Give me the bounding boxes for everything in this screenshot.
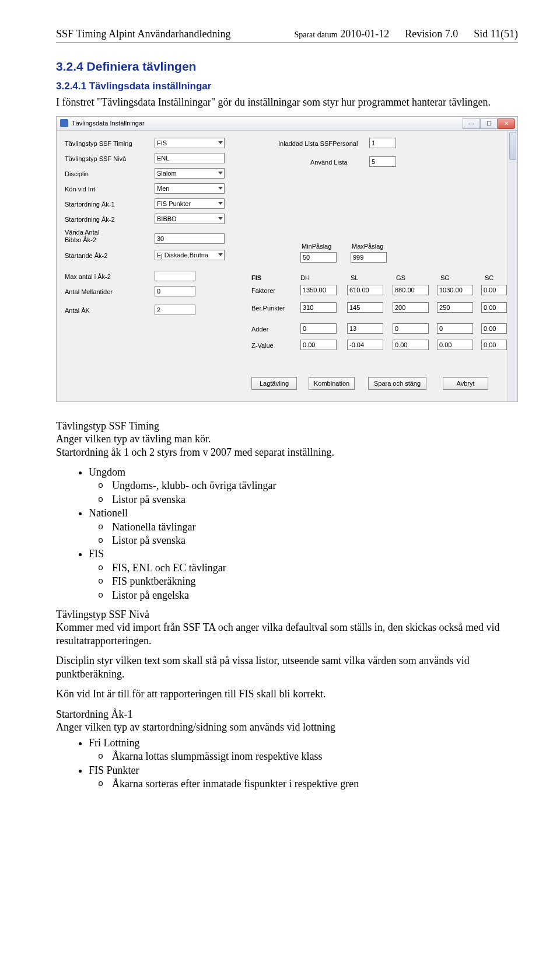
input-startordning-ak1[interactable] <box>155 198 225 209</box>
bullet-list-startordning: Fri Lottning Åkarna lottas slumpmässigt … <box>56 736 518 791</box>
dropdown-startande-ak2[interactable] <box>155 250 225 260</box>
para-disciplin: Disciplin styr vilken text som skall stå… <box>56 654 518 680</box>
input-antal-mellantider[interactable] <box>155 286 195 296</box>
app-icon <box>60 119 68 127</box>
input-startordning-ak2[interactable] <box>155 214 225 224</box>
input-adder-sg[interactable] <box>437 323 473 334</box>
bullet-frilottning: Fri Lottning Åkarna lottas slumpmässigt … <box>89 736 518 764</box>
dropdown-startordning-ak1[interactable] <box>155 198 225 209</box>
input-tavlingstyp-ssf-timing[interactable] <box>155 138 225 148</box>
bullet-fispunkter-label: FIS Punkter <box>89 764 139 776</box>
colhead-gs: GS <box>396 274 405 281</box>
section-324-title: 3.2.4 Definiera tävlingen <box>56 60 518 74</box>
para-kon-vid-int: Kön vid Int är till för att rapportering… <box>56 687 518 701</box>
saved-date: 2010-01-12 <box>340 28 389 40</box>
page-header: SSF Timing Alpint Användarhandledning Sp… <box>56 28 518 40</box>
input-berpunkter-dh[interactable] <box>300 302 337 313</box>
dropdown-tavlingstyp-ssf-timing[interactable] <box>155 138 225 148</box>
input-faktorer-sg[interactable] <box>437 285 473 295</box>
dialog-tavlingsdata: Tävlingsdata Inställningar — ☐ ✕ Tävling… <box>56 116 518 402</box>
field-max-antal-ak2 <box>155 271 195 281</box>
input-tavlingstyp-ssf-niva[interactable] <box>155 153 225 163</box>
bullet-frilottning-sub1: Åkarna lottas slumpmässigt inom respekti… <box>112 750 518 763</box>
label-startordning-ak1: Startordning Åk-1 <box>65 201 115 208</box>
scrollbar-thumb[interactable] <box>509 132 516 160</box>
bullet-nationell: Nationell Nationella tävlingar Listor på… <box>89 507 518 547</box>
input-zvalue-sl[interactable] <box>347 340 383 350</box>
para-niva-head: Tävlingstyp SSF Nivå <box>56 608 518 621</box>
colhead-sl: SL <box>351 274 358 281</box>
label-inladdad-lista: Inladdad Lista SSFPersonal <box>278 140 358 147</box>
input-zvalue-gs[interactable] <box>393 340 429 350</box>
button-kombination[interactable]: Kombination <box>309 377 355 390</box>
input-berpunkter-sl[interactable] <box>347 302 383 313</box>
label-kon-vid-int: Kön vid Int <box>65 186 95 193</box>
input-startande-ak2[interactable] <box>155 250 225 260</box>
input-minpaslag[interactable] <box>300 252 337 263</box>
label-berpunkter: Ber.Punkter <box>251 305 285 312</box>
input-adder-dh[interactable] <box>300 323 337 334</box>
label-minpaslag: MinPåslag <box>302 243 331 250</box>
label-startande-ak2: Startande Åk-2 <box>65 252 107 259</box>
input-faktorer-sc[interactable] <box>481 285 507 295</box>
bullet-fispunkter-sub1: Åkarna sorteras efter inmatade fispunkte… <box>112 777 518 791</box>
button-spara-och-stang[interactable]: Spara och stäng <box>368 377 426 390</box>
input-berpunkter-sc[interactable] <box>481 302 507 313</box>
section-3241-title: 3.2.4.1 Tävlingsdata inställningar <box>56 81 518 92</box>
label-startordning-ak2: Startordning Åk-2 <box>65 216 115 223</box>
input-faktorer-gs[interactable] <box>393 285 429 295</box>
window-minimize-button[interactable]: — <box>463 118 480 129</box>
para-startordning-head: Startordning Åk-1 <box>56 708 518 721</box>
input-adder-sl[interactable] <box>347 323 383 334</box>
page-number: Sid 11(51) <box>474 28 518 40</box>
input-zvalue-sc[interactable] <box>481 340 507 350</box>
input-berpunkter-sg[interactable] <box>437 302 473 313</box>
scrollbar-vertical[interactable] <box>508 131 517 401</box>
input-anvand-lista[interactable] <box>369 156 396 167</box>
colhead-sc: SC <box>485 274 494 281</box>
input-adder-sc[interactable] <box>481 323 507 334</box>
revision: Revision 7.0 <box>405 28 458 40</box>
field-antal-ak <box>155 305 195 315</box>
input-vanda-antal[interactable] <box>155 233 225 244</box>
dropdown-kon-vid-int[interactable] <box>155 183 225 194</box>
window-maximize-button[interactable]: ☐ <box>480 118 498 129</box>
dialog-title: Tävlingsdata Inställningar <box>72 120 145 127</box>
bullet-fis-label: FIS <box>89 548 104 560</box>
bullet-fis: FIS FIS, ENL och EC tävlingar FIS punktb… <box>89 547 518 602</box>
header-rule <box>56 43 518 43</box>
input-kon-vid-int[interactable] <box>155 183 225 194</box>
button-lagtavling[interactable]: Lagtävling <box>251 377 297 390</box>
colhead-sg: SG <box>440 274 450 281</box>
input-disciplin[interactable] <box>155 168 225 179</box>
label-anvand-lista: Använd Lista <box>310 159 348 166</box>
input-faktorer-sl[interactable] <box>347 285 383 295</box>
colhead-dh: DH <box>300 274 310 281</box>
input-zvalue-dh[interactable] <box>300 340 337 350</box>
button-avbryt[interactable]: Avbryt <box>443 377 488 390</box>
input-inladdad-lista[interactable] <box>369 138 396 148</box>
bullet-frilottning-label: Fri Lottning <box>89 737 140 749</box>
input-faktorer-dh[interactable] <box>300 285 337 295</box>
field-vanda-antal <box>155 233 225 244</box>
label-antal-mellantider: Antal Mellantider <box>65 288 113 295</box>
dropdown-startordning-ak2[interactable] <box>155 214 225 224</box>
input-berpunkter-gs[interactable] <box>393 302 429 313</box>
bullet-ungdom: Ungdom Ungdoms-, klubb- och övriga tävli… <box>89 466 518 507</box>
header-left: SSF Timing Alpint Användarhandledning <box>56 28 231 40</box>
input-adder-gs[interactable] <box>393 323 429 334</box>
input-maxpaslag[interactable] <box>351 252 387 263</box>
bullet-fis-sub3: Listor på engelska <box>112 589 518 602</box>
label-bibbo-ak2: Bibbo Åk-2 <box>65 236 96 243</box>
label-vanda-antal: Vända Antal <box>65 229 99 236</box>
window-close-button[interactable]: ✕ <box>498 118 515 129</box>
input-zvalue-sg[interactable] <box>437 340 473 350</box>
bullet-ungdom-label: Ungdom <box>89 466 125 478</box>
para-tavlingstyp-head: Tävlingstyp SSF Timing <box>56 420 518 433</box>
input-max-antal-ak2[interactable] <box>155 271 195 281</box>
dropdown-disciplin[interactable] <box>155 168 225 179</box>
input-antal-ak[interactable] <box>155 305 195 315</box>
bullet-nationell-label: Nationell <box>89 507 128 519</box>
bullet-nationell-sub2: Listor på svenska <box>112 534 518 547</box>
bullet-fis-sub1: FIS, ENL och EC tävlingar <box>112 561 518 575</box>
